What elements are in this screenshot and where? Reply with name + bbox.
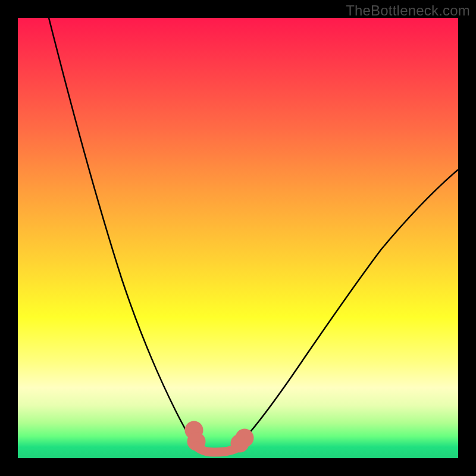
chart-frame: TheBottleneck.com [0, 0, 476, 476]
watermark-text: TheBottleneck.com [346, 2, 470, 19]
plot-area [18, 18, 458, 458]
curve-right-branch [237, 170, 458, 446]
curve-left-branch [49, 18, 196, 446]
optimal-zone-marker [189, 425, 249, 452]
bottleneck-curve-svg [18, 18, 458, 458]
svg-point-3 [240, 433, 249, 443]
